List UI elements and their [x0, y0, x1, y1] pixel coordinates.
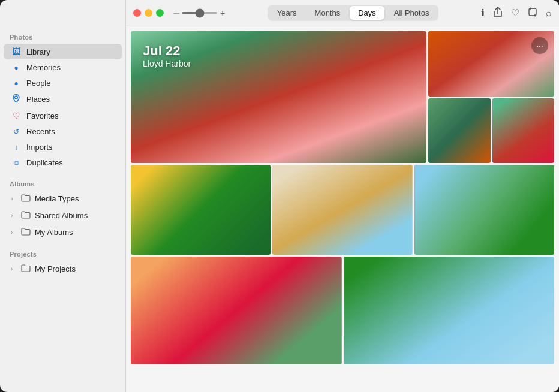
- sidebar-label-duplicates: Duplicates: [26, 158, 63, 167]
- photo-area[interactable]: Jul 22 Lloyd Harbor ···: [126, 26, 559, 392]
- favorites-icon: ♡: [11, 111, 22, 120]
- sidebar-section-projects: Projects › My Projects: [0, 246, 125, 278]
- folder-icon: [20, 194, 31, 204]
- window-controls: [133, 9, 164, 17]
- titlebar: — + Years Months Days All Photos ℹ ♡: [126, 0, 559, 26]
- chevron-icon: ›: [11, 195, 17, 202]
- sidebar-item-memories[interactable]: ● Memories: [4, 60, 122, 75]
- sidebar-label-imports: Imports: [26, 143, 52, 152]
- photo-cell-3[interactable]: [428, 98, 491, 164]
- photo-cell-3-4: [428, 98, 554, 164]
- top-mosaic: Jul 22 Lloyd Harbor ···: [131, 31, 554, 163]
- sidebar-item-imports[interactable]: ↓ Imports: [4, 140, 122, 155]
- places-icon: [11, 94, 22, 104]
- people-icon: ●: [11, 79, 22, 88]
- tab-days[interactable]: Days: [350, 6, 384, 20]
- sidebar-item-my-albums[interactable]: › My Albums: [4, 224, 122, 240]
- sidebar-item-media-types[interactable]: › Media Types: [4, 191, 122, 207]
- library-icon: 🖼: [11, 47, 22, 56]
- sidebar-item-places[interactable]: Places: [4, 91, 122, 107]
- more-options-button[interactable]: ···: [531, 37, 548, 54]
- zoom-control: — +: [173, 8, 225, 18]
- zoom-slider-input[interactable]: [182, 12, 218, 14]
- view-tabs: Years Months Days All Photos: [268, 5, 439, 21]
- zoom-line-left: —: [173, 10, 179, 16]
- sidebar-label-shared-albums: Shared Albums: [35, 211, 88, 220]
- zoom-plus-button[interactable]: +: [220, 8, 225, 18]
- crop-icon[interactable]: [528, 7, 537, 19]
- projects-folder-icon: [20, 264, 31, 274]
- sidebar: Photos 🖼 Library ● Memories ● People Pla…: [0, 0, 126, 392]
- photo-cell-5[interactable]: [131, 165, 271, 255]
- sidebar-label-recents: Recents: [26, 127, 55, 136]
- sidebar-label-favorites: Favorites: [26, 111, 58, 120]
- sidebar-label-my-albums: My Albums: [35, 228, 73, 237]
- minimize-button[interactable]: [145, 9, 152, 17]
- sidebar-label-people: People: [26, 79, 50, 88]
- tab-months[interactable]: Months: [306, 6, 349, 20]
- imports-icon: ↓: [11, 143, 22, 152]
- sidebar-label-media-types: Media Types: [35, 194, 79, 203]
- tab-years[interactable]: Years: [269, 6, 305, 20]
- sidebar-item-recents[interactable]: ↺ Recents: [4, 124, 122, 139]
- chevron-icon-2: ›: [11, 212, 17, 219]
- search-icon[interactable]: ⌕: [546, 8, 552, 19]
- chevron-icon-4: ›: [11, 266, 17, 272]
- photo-cell-7[interactable]: [414, 165, 554, 255]
- chevron-icon-3: ›: [11, 229, 17, 236]
- sidebar-item-duplicates[interactable]: ⧉ Duplicates: [4, 155, 122, 170]
- second-row: [131, 165, 554, 255]
- right-column: ···: [428, 31, 554, 163]
- svg-point-0: [15, 96, 18, 99]
- sidebar-item-people[interactable]: ● People: [4, 76, 122, 91]
- toolbar-actions: ℹ ♡ ⌕: [481, 7, 552, 19]
- sidebar-item-my-projects[interactable]: › My Projects: [4, 261, 122, 277]
- day-section: Jul 22 Lloyd Harbor ···: [131, 31, 554, 364]
- info-icon[interactable]: ℹ: [481, 7, 485, 19]
- main-photo[interactable]: Jul 22 Lloyd Harbor: [131, 31, 426, 163]
- section-label-projects: Projects: [0, 246, 125, 260]
- my-albums-folder-icon: [20, 227, 31, 237]
- sidebar-item-library[interactable]: 🖼 Library: [4, 44, 122, 59]
- third-row: [131, 257, 554, 364]
- shared-folder-icon: [20, 210, 31, 221]
- share-icon[interactable]: [493, 7, 503, 19]
- photo-cell-4[interactable]: [492, 98, 555, 164]
- tab-all-photos[interactable]: All Photos: [386, 6, 438, 20]
- photo-cell-9[interactable]: [344, 257, 555, 364]
- heart-icon[interactable]: ♡: [511, 7, 519, 19]
- close-button[interactable]: [133, 9, 141, 17]
- sidebar-section-photos: Photos 🖼 Library ● Memories ● People Pla…: [0, 29, 125, 171]
- sidebar-section-albums: Albums › Media Types › Shared Albums › M…: [0, 176, 125, 241]
- fullscreen-button[interactable]: [156, 9, 164, 17]
- sidebar-label-places: Places: [26, 95, 50, 104]
- sidebar-label-library: Library: [26, 47, 50, 56]
- recents-icon: ↺: [11, 128, 22, 136]
- memories-icon: ●: [11, 64, 22, 72]
- photo-cell-6[interactable]: [272, 165, 412, 255]
- main-content: — + Years Months Days All Photos ℹ ♡: [126, 0, 559, 392]
- sidebar-label-memories: Memories: [26, 63, 61, 72]
- sidebar-item-favorites[interactable]: ♡ Favorites: [4, 108, 122, 123]
- section-label-photos: Photos: [0, 29, 125, 43]
- photo-cell-8[interactable]: [131, 257, 342, 364]
- sidebar-label-my-projects: My Projects: [35, 264, 76, 273]
- sidebar-item-shared-albums[interactable]: › Shared Albums: [4, 207, 122, 224]
- section-label-albums: Albums: [0, 176, 125, 190]
- duplicates-icon: ⧉: [11, 159, 22, 167]
